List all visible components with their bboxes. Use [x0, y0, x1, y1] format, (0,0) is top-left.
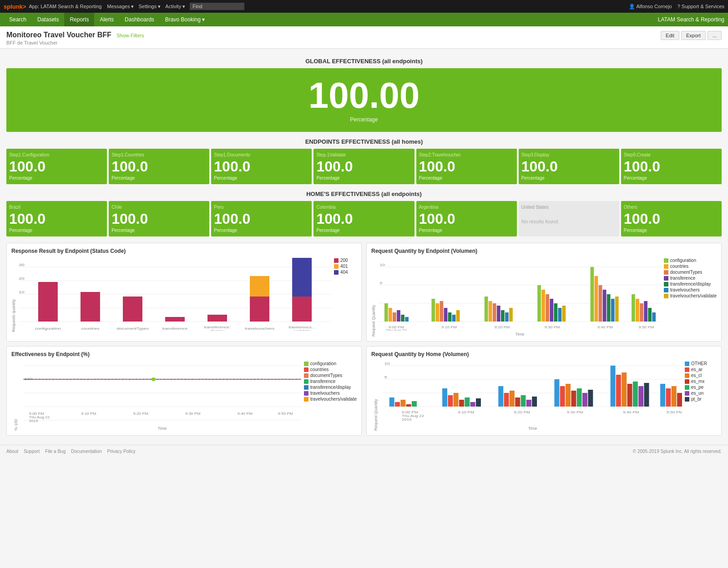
svg-rect-52: [537, 285, 541, 322]
svg-text:travelvouchers: travelvouchers: [245, 327, 274, 331]
footer-link[interactable]: About: [6, 449, 18, 454]
app-name[interactable]: App: LATAM Search & Reporting: [29, 4, 102, 9]
chart-effectiveness-endpoint: Effectiveness by Endpoint (%) % 100 100: [6, 346, 362, 436]
home-card-label: Percentage: [214, 228, 309, 233]
chart3-title: Effectiveness by Endpoint (%): [11, 351, 357, 357]
legend-color: [685, 367, 689, 372]
legend-label: documentTypes: [670, 270, 703, 275]
legend-color: [334, 264, 339, 269]
legend-label: es_ar: [691, 367, 703, 372]
svg-rect-44: [456, 310, 460, 322]
edit-button[interactable]: Edit: [661, 31, 679, 40]
svg-text:countries: countries: [81, 327, 100, 331]
nav-bravo-booking[interactable]: Bravo Booking ▾: [160, 13, 210, 26]
endpoint-card-title: Step.1Validate: [316, 152, 411, 157]
endpoint-card: Step1:Countries 100.0 Percentage: [109, 149, 209, 184]
footer-link[interactable]: Privacy Policy: [107, 449, 135, 454]
endpoint-card: Step5:Create 100.0 Percentage: [621, 149, 722, 184]
svg-text:20: 20: [19, 276, 25, 281]
legend-color: [685, 391, 689, 396]
endpoint-card-label: Percentage: [419, 176, 514, 181]
svg-rect-112: [442, 388, 447, 407]
svg-rect-138: [638, 386, 643, 407]
more-button[interactable]: ...: [708, 31, 722, 40]
nav-search[interactable]: Search: [4, 13, 32, 26]
footer-link[interactable]: File a Bug: [45, 449, 66, 454]
svg-rect-111: [412, 401, 417, 407]
user-menu[interactable]: 👤 Alfonso Cornejo: [629, 4, 672, 10]
legend-label: es_pe: [691, 385, 703, 390]
footer-link[interactable]: Documentation: [71, 449, 101, 454]
endpoint-card-label: Percentage: [316, 176, 411, 181]
nav-reports[interactable]: Reports: [64, 13, 94, 26]
endpoint-card-label: Percentage: [624, 176, 719, 181]
svg-rect-135: [622, 372, 627, 407]
svg-rect-69: [644, 301, 647, 322]
svg-text:documentTypes: documentTypes: [116, 327, 149, 331]
svg-rect-43: [452, 315, 456, 322]
legend-label: configuration: [670, 258, 696, 263]
export-button[interactable]: Export: [681, 31, 706, 40]
endpoint-card: Step2:Travelvoucher 100.0 Percentage: [416, 149, 517, 184]
activity-menu[interactable]: Activity ▾: [165, 4, 185, 10]
legend-label: travelvouchers/validate: [310, 397, 357, 402]
page-title: Monitoreo Travel Voucher BFF: [6, 31, 111, 39]
legend-color: [304, 373, 308, 378]
svg-rect-12: [207, 315, 227, 322]
legend-color: [685, 379, 689, 384]
legend-color: [664, 288, 668, 292]
legend-color: [664, 258, 668, 263]
legend-item: 401: [334, 264, 357, 269]
legend-item: 200: [334, 258, 357, 263]
legend-color: [304, 397, 308, 402]
footer-links: AboutSupportFile a BugDocumentationPriva…: [6, 449, 136, 454]
legend-item: es_mx: [685, 379, 717, 384]
svg-rect-66: [632, 294, 635, 322]
splunk-logo: splunk>: [4, 3, 26, 10]
show-filters-link[interactable]: Show Filters: [116, 33, 144, 38]
page-subtitle: BFF de Travel Voucher: [6, 40, 144, 45]
svg-text:9:50 PM: 9:50 PM: [278, 412, 293, 416]
endpoints-section-title: ENDPOINTS EFFECTIVENESS (all homes): [6, 138, 722, 145]
messages-menu[interactable]: Messages ▾: [107, 4, 134, 10]
footer-link[interactable]: Support: [24, 449, 40, 454]
nav-datasets[interactable]: Datasets: [32, 13, 64, 26]
legend-item: transference: [304, 379, 357, 384]
svg-text:9:20 PM: 9:20 PM: [495, 326, 510, 329]
settings-menu[interactable]: Settings ▾: [138, 4, 161, 10]
nav-alerts[interactable]: Alerts: [94, 13, 119, 26]
legend-label: travelvouchers: [670, 287, 700, 292]
endpoint-card-value: 100.0: [419, 159, 514, 174]
top-bar: splunk> App: LATAM Search & Reporting Me…: [0, 0, 728, 13]
svg-text:9:10 PM: 9:10 PM: [81, 412, 96, 416]
global-section-title: GLOBAL EFFECTIVENESS (all endpoints): [6, 58, 722, 65]
legend-item: es_cl: [685, 373, 717, 378]
legend-item: 404: [334, 270, 357, 275]
svg-rect-131: [582, 393, 587, 407]
support-link[interactable]: ? Support & Services: [677, 4, 724, 9]
svg-rect-116: [465, 397, 470, 407]
chart2-legend: configurationcountriesdocumentTypestrans…: [664, 258, 717, 337]
legend-label: 404: [340, 270, 348, 275]
svg-text:9:10 PM: 9:10 PM: [458, 410, 474, 414]
svg-rect-59: [591, 267, 594, 322]
chart4-svg: 10 5: [383, 361, 682, 425]
endpoint-card-value: 100.0: [316, 159, 411, 174]
legend-label: documentTypes: [310, 373, 343, 378]
svg-rect-67: [636, 299, 639, 322]
svg-text:9:10 PM: 9:10 PM: [441, 326, 457, 329]
svg-rect-63: [607, 294, 611, 322]
home-card-label: Percentage: [111, 228, 207, 233]
svg-rect-125: [532, 397, 537, 407]
home-card: Brazil 100.0 Percentage: [6, 201, 107, 236]
svg-rect-33: [389, 308, 392, 322]
legend-item: es_ar: [685, 367, 717, 372]
legend-item: configuration: [304, 361, 357, 366]
svg-rect-15: [292, 297, 312, 322]
find-input[interactable]: [190, 3, 244, 10]
legend-label: configuration: [310, 361, 336, 366]
legend-label: countries: [670, 264, 689, 269]
charts-row-1: Response Result by Endpoint (Status Code…: [6, 243, 722, 342]
main-content: GLOBAL EFFECTIVENESS (all endpoints) 100…: [0, 49, 728, 445]
nav-dashboards[interactable]: Dashboards: [119, 13, 160, 26]
